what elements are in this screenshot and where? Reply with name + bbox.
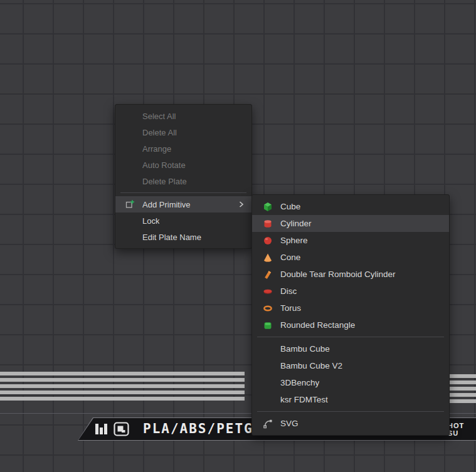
svg-icon	[262, 418, 273, 429]
menu-separator	[257, 337, 444, 337]
menu-item-bambu-cube-v2[interactable]: Bambu Cube V2	[252, 357, 449, 374]
icon-spacer	[124, 216, 135, 226]
menu-item-add-primitive[interactable]: Add Primitive	[115, 196, 251, 212]
menu-item-label: Cone	[280, 253, 300, 262]
submenu-arrow-icon	[239, 201, 244, 208]
menu-item-label: Delete All	[142, 128, 177, 137]
plate-logo-icon	[95, 422, 108, 438]
rounded-rectangle-icon	[262, 320, 273, 330]
menu-item-double-tear-romboid-cylinder[interactable]: Double Tear Romboid Cylinder	[252, 266, 449, 283]
menu-item-label: Edit Plate Name	[142, 233, 201, 242]
menu-item-label: Cylinder	[280, 219, 312, 228]
icon-spacer	[262, 344, 273, 354]
menu-item-label: Delete Plate	[142, 177, 187, 186]
icon-spacer	[124, 232, 135, 243]
menu-item-label: Cube	[280, 202, 300, 211]
menu-item-arrange: Arrange	[115, 140, 251, 157]
menu-item-select-all: Select All	[115, 108, 251, 124]
menu-item-rounded-rectangle[interactable]: Rounded Rectangle	[252, 317, 449, 333]
menu-item-label: SVG	[280, 419, 299, 428]
cube-icon	[262, 201, 273, 212]
plate-material-label: PLA/ABS/PETG	[143, 417, 253, 441]
menu-item-cone[interactable]: Cone	[252, 249, 449, 266]
menu-item-3dbenchy[interactable]: 3DBenchy	[252, 374, 449, 391]
icon-spacer	[124, 160, 135, 170]
menu-item-delete-plate: Delete Plate	[115, 173, 251, 189]
menu-item-label: Bambu Cube	[280, 344, 330, 354]
context-menu: Select AllDelete AllArrangeAuto RotateDe…	[115, 104, 252, 249]
icon-spacer	[124, 111, 135, 122]
plate-badge-icon	[114, 422, 129, 439]
disc-icon	[262, 286, 273, 296]
menu-item-label: Auto Rotate	[142, 160, 186, 170]
menu-item-auto-rotate: Auto Rotate	[115, 157, 251, 173]
sphere-icon	[262, 235, 273, 246]
menu-separator	[120, 192, 246, 193]
cylinder-icon	[262, 218, 273, 229]
menu-item-label: Torus	[280, 303, 301, 313]
menu-item-disc[interactable]: Disc	[252, 283, 449, 300]
icon-spacer	[262, 360, 273, 371]
icon-spacer	[262, 394, 273, 405]
double-tear-romboid-cylinder-icon	[262, 269, 273, 280]
icon-spacer	[124, 176, 135, 187]
menu-item-bambu-cube[interactable]: Bambu Cube	[252, 340, 449, 357]
menu-item-ksr-fdmtest[interactable]: ksr FDMTest	[252, 391, 449, 408]
hot-surface-warning-text: HOT SU	[448, 422, 464, 437]
cone-icon	[262, 252, 273, 263]
menu-item-label: Lock	[142, 216, 159, 226]
menu-item-label: Bambu Cube V2	[280, 361, 342, 370]
torus-icon	[262, 303, 273, 313]
menu-item-cylinder[interactable]: Cylinder	[252, 215, 449, 232]
icon-spacer	[262, 377, 273, 388]
menu-item-label: Sphere	[280, 236, 308, 245]
menu-item-delete-all: Delete All	[115, 124, 251, 140]
menu-item-torus[interactable]: Torus	[252, 300, 449, 317]
icon-spacer	[124, 144, 135, 154]
menu-item-label: Arrange	[142, 144, 171, 154]
menu-item-label: Rounded Rectangle	[280, 320, 355, 330]
icon-spacer	[124, 127, 135, 138]
menu-item-label: Select All	[142, 112, 176, 121]
add-primitive-icon	[124, 199, 135, 210]
warning-line-1: HOT	[448, 422, 464, 429]
menu-item-label: Add Primitive	[142, 200, 191, 209]
menu-item-cube[interactable]: Cube	[252, 198, 449, 215]
menu-item-svg[interactable]: SVG	[252, 415, 449, 432]
primitive-submenu: CubeCylinderSphereConeDouble Tear Romboi…	[251, 194, 450, 436]
menu-item-sphere[interactable]: Sphere	[252, 232, 449, 249]
menu-separator	[257, 411, 444, 412]
menu-item-label: Double Tear Romboid Cylinder	[280, 270, 396, 279]
menu-item-lock[interactable]: Lock	[115, 212, 251, 229]
menu-item-label: Disc	[280, 286, 297, 296]
menu-item-edit-plate-name[interactable]: Edit Plate Name	[115, 229, 251, 245]
plate-stripes-left	[0, 372, 245, 402]
menu-item-label: ksr FDMTest	[280, 395, 328, 404]
menu-item-label: 3DBenchy	[280, 378, 319, 387]
